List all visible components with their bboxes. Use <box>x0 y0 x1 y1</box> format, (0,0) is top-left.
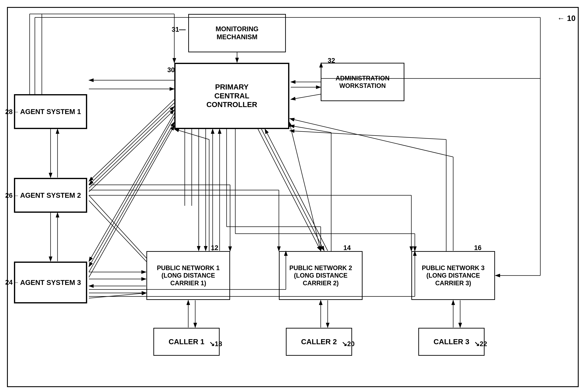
svg-line-9 <box>89 113 174 262</box>
ref-10: ← 10 <box>557 14 576 23</box>
ref-16: 16 <box>474 244 481 252</box>
ref-32: 32 <box>328 57 335 64</box>
ref-18: ↘18 <box>209 340 222 348</box>
svg-line-26 <box>258 129 321 251</box>
svg-line-66 <box>174 129 209 140</box>
svg-line-68 <box>290 126 331 132</box>
agent1-box: AGENT SYSTEM 1 <box>14 94 87 129</box>
svg-line-5 <box>89 100 174 181</box>
ref-28: 28← <box>5 108 19 116</box>
pubnet3-box: PUBLIC NETWORK 3(LONG DISTANCECARRIER 3) <box>411 251 495 300</box>
svg-line-40 <box>289 122 321 251</box>
agent2-box: AGENT SYSTEM 2 <box>14 178 87 213</box>
svg-line-46 <box>89 293 146 298</box>
ref-12: 12 <box>211 244 218 252</box>
primary-controller-box: PRIMARYCENTRALCONTROLLER <box>174 63 289 129</box>
svg-line-8 <box>89 110 174 192</box>
svg-line-27 <box>261 129 324 251</box>
ref-31: 31— <box>172 26 186 33</box>
pubnet2-box: PUBLIC NETWORK 2(LONG DISTANCECARRIER 2) <box>279 251 363 300</box>
pubnet1-box: PUBLIC NETWORK 1(LONG DISTANCECARRIER 1) <box>146 251 230 300</box>
svg-line-28 <box>265 129 328 251</box>
svg-line-43 <box>89 195 146 258</box>
svg-line-33 <box>291 94 321 100</box>
monitoring-box: MONITORINGMECHANISM <box>188 14 286 52</box>
ref-24: 24← <box>5 279 19 286</box>
ref-22: ↘22 <box>474 340 487 348</box>
ref-14: 14 <box>343 244 351 252</box>
ref-20: ↘20 <box>342 340 355 348</box>
svg-line-44 <box>89 200 146 262</box>
admin-workstation-box: ADMINISTRATIONWORKSTATION <box>321 63 404 101</box>
svg-line-7 <box>89 106 174 188</box>
svg-line-10 <box>89 117 174 267</box>
ref-26: 26← <box>5 192 19 199</box>
ref-30: 30 <box>167 66 175 74</box>
agent3-box: AGENT SYSTEM 3 <box>14 262 87 304</box>
diagram: ← 10 MONITORINGMECHANISM 31— PRIMARYCENT… <box>0 0 586 392</box>
svg-line-11 <box>89 122 174 272</box>
svg-line-70 <box>290 131 446 140</box>
svg-line-6 <box>89 103 174 185</box>
svg-line-42 <box>290 118 453 157</box>
